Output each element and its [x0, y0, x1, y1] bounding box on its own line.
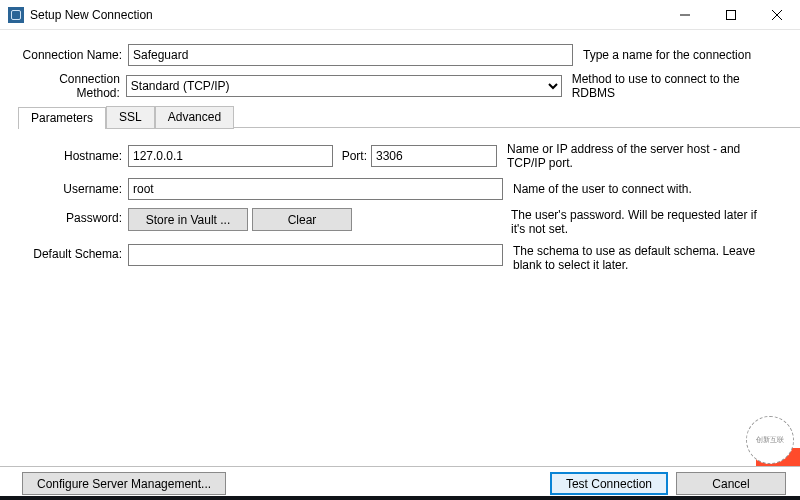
port-input[interactable] — [371, 145, 497, 167]
minimize-button[interactable] — [662, 0, 708, 30]
dialog-footer: Configure Server Management... Test Conn… — [0, 466, 800, 500]
taskbar-slice — [0, 496, 800, 500]
close-button[interactable] — [754, 0, 800, 30]
connection-method-help: Method to use to connect to the RDBMS — [562, 72, 782, 100]
titlebar: Setup New Connection — [0, 0, 800, 30]
app-icon — [8, 7, 24, 23]
connection-method-label: Connection Method: — [18, 72, 126, 100]
tab-bar: Parameters SSL Advanced — [18, 106, 800, 128]
username-label: Username: — [18, 182, 128, 196]
hostname-label: Hostname: — [18, 149, 128, 163]
connection-name-input[interactable] — [128, 44, 573, 66]
maximize-icon — [726, 10, 736, 20]
close-icon — [772, 10, 782, 20]
username-input[interactable] — [128, 178, 503, 200]
window-title: Setup New Connection — [30, 8, 153, 22]
svg-rect-1 — [727, 10, 736, 19]
connection-name-label: Connection Name: — [18, 48, 128, 62]
username-help: Name of the user to connect with. — [503, 182, 761, 196]
hostname-input[interactable] — [128, 145, 333, 167]
port-label: Port: — [333, 149, 371, 163]
hostname-help: Name or IP address of the server host - … — [497, 142, 755, 170]
default-schema-input[interactable] — [128, 244, 503, 266]
connection-name-help: Type a name for the connection — [573, 48, 751, 62]
cancel-button[interactable]: Cancel — [676, 472, 786, 495]
test-connection-button[interactable]: Test Connection — [550, 472, 668, 495]
tab-advanced[interactable]: Advanced — [155, 106, 234, 129]
configure-server-management-button[interactable]: Configure Server Management... — [22, 472, 226, 495]
password-label: Password: — [18, 208, 128, 225]
dialog-window: Setup New Connection Connection Name: Ty… — [0, 0, 800, 500]
store-in-vault-button[interactable]: Store in Vault ... — [128, 208, 248, 231]
default-schema-help: The schema to use as default schema. Lea… — [503, 244, 761, 272]
watermark-stamp: 创新互联 — [746, 416, 794, 464]
clear-password-button[interactable]: Clear — [252, 208, 352, 231]
tab-panel-parameters: Hostname: Port: Name or IP address of th… — [0, 128, 800, 272]
maximize-button[interactable] — [708, 0, 754, 30]
tab-ssl[interactable]: SSL — [106, 106, 155, 129]
password-help: The user's password. Will be requested l… — [501, 208, 759, 236]
tab-parameters[interactable]: Parameters — [18, 107, 106, 129]
content-area: Connection Name: Type a name for the con… — [0, 30, 800, 500]
minimize-icon — [680, 10, 690, 20]
default-schema-label: Default Schema: — [18, 244, 128, 261]
connection-method-select[interactable]: Standard (TCP/IP) — [126, 75, 562, 97]
